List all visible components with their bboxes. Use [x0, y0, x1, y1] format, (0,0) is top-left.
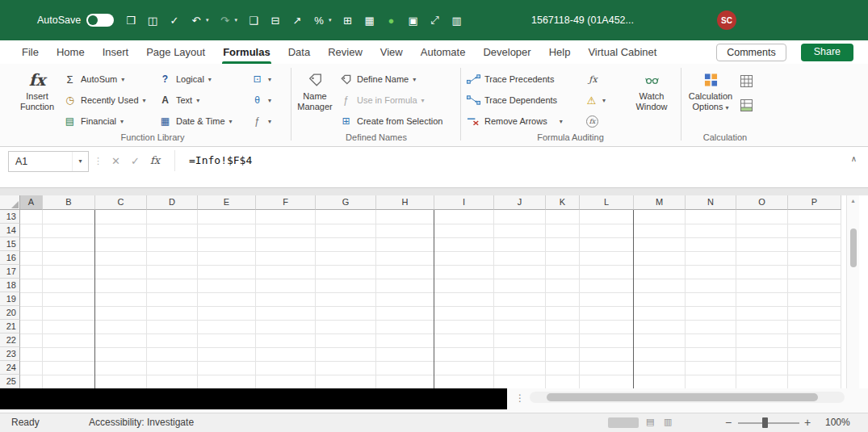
horizontal-scrollbar-thumb[interactable] [547, 393, 818, 401]
tab-view[interactable]: View [371, 40, 412, 64]
row-header-23[interactable]: 23 [0, 347, 20, 361]
row-header-20[interactable]: 20 [0, 306, 20, 320]
row-header-14[interactable]: 14 [0, 224, 20, 237]
remove-arrows-button[interactable]: Remove Arrows ▾ [467, 112, 563, 130]
resize-icon[interactable]: ⤢ [430, 14, 441, 27]
row-header-18[interactable]: 18 [0, 279, 20, 292]
tab-review[interactable]: Review [319, 40, 371, 64]
new-document-icon[interactable]: ❑ [248, 15, 259, 27]
column-header-H[interactable]: H [376, 195, 434, 210]
row-header-15[interactable]: 15 [0, 237, 20, 251]
row-header-21[interactable]: 21 [0, 320, 20, 333]
row-header-17[interactable]: 17 [0, 265, 20, 279]
save-icon[interactable]: ◫ [147, 15, 158, 27]
tab-insert[interactable]: Insert [94, 40, 138, 64]
column-header-K[interactable]: K [546, 195, 580, 210]
column-header-D[interactable]: D [147, 195, 198, 210]
column-header-F[interactable]: F [256, 195, 316, 210]
tab-developer[interactable]: Developer [474, 40, 539, 64]
comments-button[interactable]: Comments [716, 44, 786, 61]
zoom-in-button[interactable]: + [804, 416, 811, 429]
account-avatar[interactable]: SC [717, 10, 736, 30]
record-macro-icon[interactable]: ● [386, 15, 397, 27]
zoom-slider[interactable] [738, 422, 799, 424]
formula-input[interactable]: =Info!$F$4 [189, 154, 252, 166]
column-header-N[interactable]: N [686, 195, 736, 210]
zoom-slider-handle[interactable] [762, 417, 768, 428]
accessibility-status[interactable]: Accessibility: Investigate [89, 417, 194, 428]
autosum-button[interactable]: Σ AutoSum ▾ [63, 70, 124, 88]
column-header-L[interactable]: L [580, 195, 634, 210]
recently-used-button[interactable]: ◷ Recently Used ▾ [63, 91, 146, 109]
calculate-now-button[interactable] [740, 72, 753, 90]
column-header-O[interactable]: O [736, 195, 788, 210]
trace-dependents-button[interactable]: Trace Dependents [467, 91, 557, 109]
chevron-down-icon[interactable]: ▾ [72, 152, 88, 171]
text-button[interactable]: A Text ▾ [158, 91, 199, 109]
vertical-scrollbar[interactable]: ▴ [846, 195, 859, 388]
name-manager-button[interactable]: Name Manager [294, 68, 336, 131]
page-break-view-icon[interactable]: ▥ [664, 417, 672, 427]
tab-strip-drag-handle[interactable]: ⋮ [515, 392, 525, 404]
calculation-options-button[interactable]: Calculation Options ▾ [685, 68, 736, 131]
column-header-C[interactable]: C [95, 195, 147, 210]
zoom-out-button[interactable]: − [725, 416, 732, 429]
insert-function-button[interactable]: fx Insert Function [16, 68, 58, 131]
table-icon[interactable]: ▦ [364, 15, 375, 27]
define-name-button[interactable]: Define Name ▾ [339, 70, 416, 88]
column-header-P[interactable]: P [788, 195, 841, 210]
row-header-13[interactable]: 13 [0, 210, 20, 224]
cancel-icon[interactable]: ✕ [111, 155, 120, 167]
column-header-A[interactable]: A [20, 195, 43, 210]
enter-icon[interactable]: ✓ [131, 155, 140, 167]
export-icon[interactable]: ↗ [291, 15, 303, 27]
insert-table-icon[interactable]: ⊞ [342, 15, 354, 27]
trace-precedents-button[interactable]: Trace Precedents [467, 70, 554, 88]
row-header-16[interactable]: 16 [0, 251, 20, 265]
formula-bar-drag-handle[interactable]: ⋮ [94, 156, 103, 166]
share-button[interactable]: Share [801, 44, 853, 61]
percent-style-icon[interactable]: % [313, 15, 325, 27]
grid-icon[interactable]: ▣ [408, 15, 419, 27]
tab-page-layout[interactable]: Page Layout [137, 40, 214, 64]
tab-virtual-cabinet[interactable]: Virtual Cabinet [579, 40, 665, 64]
tab-file[interactable]: File [13, 40, 48, 64]
row-header-19[interactable]: 19 [0, 292, 20, 306]
name-box[interactable]: A1 ▾ [8, 151, 89, 172]
row-header-25[interactable]: 25 [0, 375, 20, 388]
autosave-control[interactable]: AutoSave [37, 0, 114, 40]
tab-home[interactable]: Home [48, 40, 94, 64]
column-header-M[interactable]: M [634, 195, 686, 210]
select-all-button[interactable] [0, 195, 20, 210]
column-header-G[interactable]: G [316, 195, 376, 210]
show-formulas-button[interactable]: ƒx [586, 70, 600, 88]
autosave-toggle[interactable] [86, 14, 114, 27]
insert-function-icon[interactable]: fx [150, 154, 160, 166]
vertical-scrollbar-thumb[interactable] [850, 229, 857, 267]
more-functions-button[interactable]: ƒ ▾ [250, 112, 271, 130]
open-icon[interactable]: ❒ [125, 15, 136, 27]
error-checking-button[interactable]: ⚠ ▾ [585, 91, 606, 109]
zoom-level[interactable]: 100% [825, 417, 850, 428]
math-trig-button[interactable]: θ ▾ [250, 91, 271, 109]
column-header-E[interactable]: E [198, 195, 256, 210]
collapse-formula-bar-icon[interactable]: ∧ [851, 154, 857, 163]
row-header-24[interactable]: 24 [0, 361, 20, 375]
watch-window-button[interactable]: Watch Window [627, 68, 677, 131]
calculate-sheet-button[interactable] [740, 96, 753, 114]
tab-data[interactable]: Data [279, 40, 319, 64]
horizontal-scrollbar[interactable] [530, 392, 845, 403]
scroll-up-icon[interactable]: ▴ [847, 197, 859, 204]
tab-automate[interactable]: Automate [412, 40, 475, 64]
clipboard-check-icon[interactable]: ✓ [169, 15, 180, 27]
date-time-button[interactable]: ▦ Date & Time ▾ [158, 112, 233, 130]
lookup-reference-button[interactable]: ⊡ ▾ [250, 70, 271, 88]
tab-formulas[interactable]: Formulas [214, 40, 279, 64]
column-header-J[interactable]: J [494, 195, 546, 210]
redo-icon[interactable]: ↷ [220, 15, 231, 27]
normal-view-button[interactable] [608, 417, 639, 428]
tab-help[interactable]: Help [540, 40, 580, 64]
undo-icon[interactable]: ↶ [191, 15, 202, 27]
grid-body[interactable]: 13141516171819202122232425 [0, 210, 841, 388]
column-header-I[interactable]: I [434, 195, 494, 210]
